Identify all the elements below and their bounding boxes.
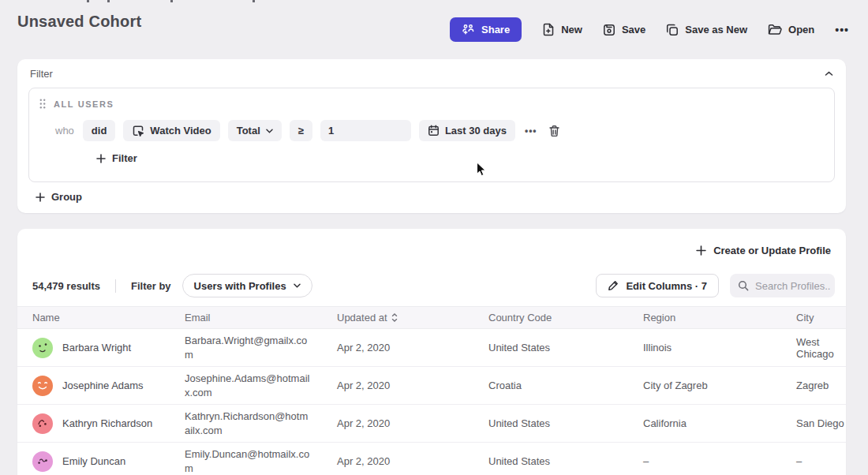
- cropped-text-remnant: [170, 0, 173, 2]
- drag-handle-icon[interactable]: [39, 99, 46, 109]
- count-value-field: [320, 120, 411, 141]
- add-filter-label: Filter: [112, 152, 137, 164]
- cropped-text-remnant: [107, 0, 110, 2]
- save-as-new-button-label: Save as New: [685, 24, 747, 36]
- save-button-label: Save: [622, 24, 645, 36]
- table-row[interactable]: Emily Duncan Emily.Duncan@hotmailx.com A…: [17, 443, 846, 475]
- event-selector-label: Watch Video: [150, 125, 211, 137]
- did-selector[interactable]: did: [83, 120, 116, 141]
- search-icon: [738, 280, 749, 291]
- save-icon: [603, 24, 615, 36]
- plus-icon: [96, 154, 106, 163]
- profile-country: Croatia: [488, 380, 643, 391]
- results-count: 54,479 results: [32, 280, 100, 292]
- clause-more-button[interactable]: •••: [525, 125, 537, 137]
- profile-region: California: [643, 417, 796, 429]
- profile-updated-at: Apr 2, 2020: [337, 455, 488, 467]
- chevron-down-icon: [294, 283, 301, 288]
- avatar: [32, 338, 53, 358]
- new-button[interactable]: New: [542, 23, 582, 36]
- column-header-email[interactable]: Email: [185, 312, 337, 324]
- add-group-label: Group: [51, 191, 82, 203]
- profile-updated-at: Apr 2, 2020: [337, 342, 488, 353]
- profile-name-cell: Emily Duncan: [32, 451, 185, 472]
- filter-clause-row: who did Watch Video Total ≥: [55, 120, 834, 141]
- add-filter-button[interactable]: Filter: [96, 152, 137, 164]
- profile-city: West Chicago: [796, 336, 846, 360]
- table-header-row: Name Email Updated at Country Code Regio…: [17, 306, 846, 329]
- create-or-update-profile-label: Create or Update Profile: [713, 245, 831, 256]
- avatar: [32, 376, 53, 396]
- header-actions: Share New Save Save as New: [450, 17, 849, 42]
- edit-columns-button[interactable]: Edit Columns · 7: [596, 274, 719, 297]
- save-as-new-button[interactable]: Save as New: [666, 24, 747, 36]
- profile-name: Emily Duncan: [62, 455, 125, 467]
- aggregation-selector[interactable]: Total: [228, 120, 282, 141]
- filter-panel: Filter ALL USERS who did: [17, 59, 846, 213]
- cropped-text-remnant: [87, 0, 89, 2]
- profile-country: United States: [488, 455, 643, 467]
- profile-email: Emily.Duncan@hotmailx.com: [185, 447, 337, 475]
- save-button[interactable]: Save: [603, 24, 645, 36]
- operator-selector[interactable]: ≥: [290, 120, 312, 141]
- date-range-label: Last 30 days: [445, 125, 507, 137]
- create-or-update-profile-button[interactable]: Create or Update Profile: [696, 245, 831, 256]
- share-button-label: Share: [481, 24, 510, 36]
- avatar: [32, 451, 53, 472]
- edit-columns-label: Edit Columns · 7: [626, 280, 707, 292]
- profiles-search-input[interactable]: [755, 280, 830, 292]
- page-title: Unsaved Cohort: [17, 13, 141, 31]
- profiles-search: [730, 274, 835, 297]
- more-options-button[interactable]: •••: [835, 24, 849, 36]
- new-document-icon: [542, 23, 555, 36]
- profile-name: Kathryn Richardson: [62, 417, 152, 429]
- profile-city: Zagreb: [796, 380, 846, 391]
- count-value-input[interactable]: [320, 120, 411, 141]
- table-row[interactable]: Josephine Adams Josephine.Adams@hotmailx…: [17, 367, 846, 405]
- filter-by-label: Filter by: [131, 280, 171, 292]
- group-header-label: ALL USERS: [54, 99, 114, 109]
- event-selector[interactable]: Watch Video: [123, 120, 219, 141]
- profiles-table: Name Email Updated at Country Code Regio…: [17, 306, 846, 475]
- chevron-down-icon: [266, 129, 273, 133]
- calendar-icon: [428, 125, 440, 137]
- divider: [115, 279, 116, 293]
- column-header-updated-at-label: Updated at: [337, 312, 387, 324]
- profile-country: United States: [488, 342, 643, 353]
- open-button-label: Open: [788, 24, 814, 36]
- profile-filter-value: Users with Profiles: [194, 280, 286, 292]
- table-row[interactable]: Kathryn Richardson Kathryn.Richardson@ho…: [17, 405, 846, 443]
- column-header-city[interactable]: City: [796, 312, 846, 324]
- column-header-region[interactable]: Region: [643, 312, 796, 324]
- date-range-selector[interactable]: Last 30 days: [419, 120, 515, 141]
- column-header-updated-at[interactable]: Updated at: [337, 312, 488, 324]
- add-group-button[interactable]: Group: [36, 191, 82, 203]
- plus-icon: [696, 245, 706, 256]
- column-header-name[interactable]: Name: [32, 312, 185, 324]
- sort-icon: [391, 313, 398, 322]
- profile-email: Kathryn.Richardson@hotmailx.com: [185, 410, 337, 437]
- profile-region: City of Zagreb: [643, 380, 796, 391]
- share-button[interactable]: Share: [450, 17, 522, 42]
- profile-name: Josephine Adams: [62, 380, 144, 391]
- open-button[interactable]: Open: [768, 24, 814, 36]
- column-header-country-code[interactable]: Country Code: [488, 312, 643, 324]
- filter-panel-title: Filter: [30, 68, 53, 80]
- collapse-chevron-icon[interactable]: [825, 71, 833, 77]
- delete-clause-button[interactable]: [548, 125, 560, 137]
- profile-filter-dropdown[interactable]: Users with Profiles: [182, 274, 312, 297]
- profile-country: United States: [488, 417, 643, 429]
- new-button-label: New: [561, 24, 582, 36]
- results-toolbar: 54,479 results Filter by Users with Prof…: [32, 274, 835, 297]
- table-row[interactable]: Barbara Wright Barbara.Wright@gmailx.com…: [17, 329, 846, 367]
- profile-city: San Diego: [796, 417, 846, 429]
- avatar: [32, 413, 53, 434]
- profile-email: Barbara.Wright@gmailx.com: [185, 334, 337, 361]
- profile-city: –: [796, 455, 846, 467]
- profile-name: Barbara Wright: [62, 342, 131, 353]
- duplicate-icon: [666, 24, 679, 36]
- event-click-icon: [132, 125, 144, 137]
- profile-updated-at: Apr 2, 2020: [337, 417, 488, 429]
- who-label: who: [55, 125, 74, 137]
- cropped-text-remnant: [253, 0, 255, 2]
